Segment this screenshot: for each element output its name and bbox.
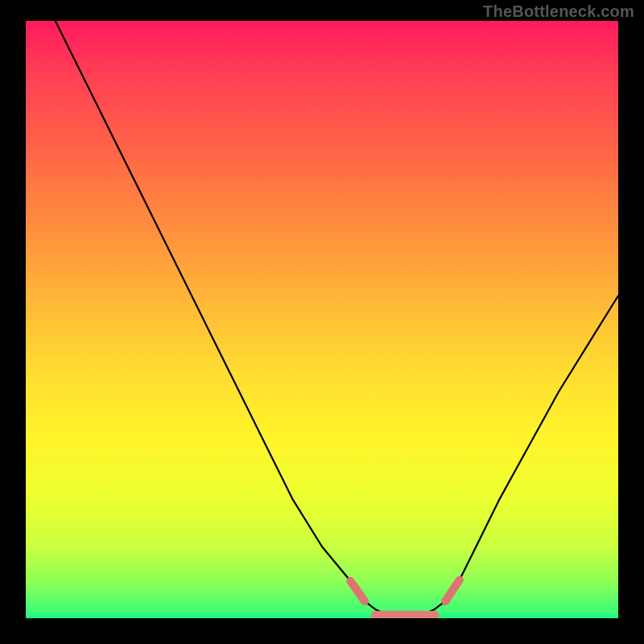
bottleneck-curve-line [26, 21, 618, 617]
chart-plot-area [26, 21, 618, 618]
marker-right-tick [445, 580, 460, 601]
marker-left-tick [350, 581, 365, 601]
chart-svg [26, 21, 618, 618]
watermark-text: TheBottleneck.com [483, 2, 634, 21]
